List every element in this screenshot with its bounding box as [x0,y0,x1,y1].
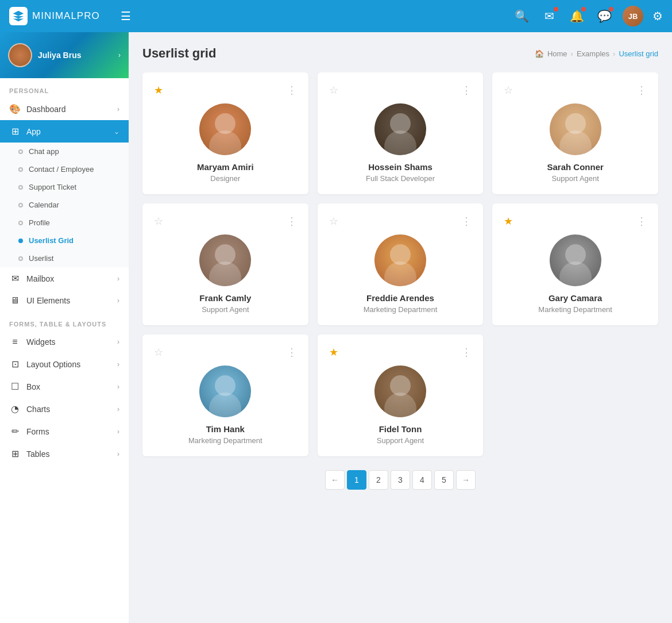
sidebar-subitem-profile[interactable]: Profile [0,214,129,232]
sidebar-item-tables[interactable]: ⊞ Tables › [0,443,129,465]
star-icon-4[interactable]: ☆ [154,215,163,228]
more-icon-2[interactable]: ⋮ [461,84,472,97]
layout-options-chevron: › [117,360,119,368]
svg-point-15 [384,393,416,417]
user-role-1: Designer [210,174,240,183]
hamburger-button[interactable]: ☰ [121,9,131,23]
card-top-1: ★ ⋮ [154,84,297,97]
layout-options-label: Layout Options [26,360,111,369]
dot-support [18,185,23,190]
user-card-5: ☆ ⋮ Freddie Arendes Marketing Department [318,203,484,325]
star-icon-5[interactable]: ☆ [329,215,338,228]
page-title: Userlist grid [142,46,216,61]
more-icon-4[interactable]: ⋮ [287,215,297,228]
sidebar-item-box[interactable]: ☐ Box › [0,375,129,398]
sidebar-subitem-chat-app[interactable]: Chat app [0,143,129,160]
sidebar-item-layout-options[interactable]: ⊡ Layout Options › [0,353,129,375]
user-avatar[interactable]: JB [623,6,643,26]
sidebar-item-ui-elements[interactable]: 🖥 UI Elements › [0,290,129,312]
edit-icon: ✏ [9,426,21,437]
user-role-7: Marketing Department [188,436,262,445]
sidebar-subitem-userlist[interactable]: Userlist [0,249,129,267]
mail-badge [554,7,558,11]
user-name-5: Freddie Arendes [366,293,434,303]
card-top-6: ★ ⋮ [504,215,647,228]
sidebar-subitem-userlist-grid[interactable]: Userlist Grid [0,232,129,249]
sidebar-item-app[interactable]: ⊞ App ⌄ [0,120,129,143]
user-card-2: ☆ ⋮ Hossein Shams Full Stack Developer [318,72,484,194]
more-icon-1[interactable]: ⋮ [287,84,297,97]
pagination-page-5[interactable]: 5 [434,470,454,490]
user-name-6: Gary Camara [549,293,602,303]
sidebar-item-dashboard[interactable]: 🎨 Dashboard › [0,98,129,120]
pagination-page-1[interactable]: 1 [347,470,366,490]
box-label: Box [26,382,111,391]
topnav-right: 🔍 ✉ 🔔 💬 JB ⚙ [512,6,663,26]
search-button[interactable]: 🔍 [512,7,531,25]
mailbox-label: Mailbox [26,274,111,283]
more-icon-3[interactable]: ⋮ [636,84,647,97]
section-forms-label: FORMS, TABLE & LAYOUTS [0,312,129,331]
dot-userlist-grid [18,239,23,243]
user-name-3: Sarah Conner [547,162,603,172]
user-card-6: ★ ⋮ Gary Camara Marketing Department [492,203,658,325]
sidebar-subitem-support-ticket[interactable]: Support Ticket [0,178,129,196]
sidebar-username: Juliya Brus [38,51,113,60]
dot-userlist [18,256,23,261]
sidebar-avatar [8,43,32,67]
star-icon-1[interactable]: ★ [154,84,163,97]
page-header: Userlist grid 🏠 Home › Examples › Userli… [142,46,658,61]
pagination-page-4[interactable]: 4 [412,470,432,490]
sidebar-user-profile[interactable]: Juliya Brus › [0,32,129,78]
app-chevron: ⌄ [114,128,119,136]
userlist-label: Userlist [29,254,53,263]
pagination-prev[interactable]: ← [325,470,345,490]
star-icon-3[interactable]: ☆ [504,84,513,97]
star-icon-7[interactable]: ☆ [154,346,163,359]
logo-text: MINIMALPRO [32,10,100,22]
contact-employee-label: Contact / Employee [29,165,94,174]
chat-app-label: Chat app [29,147,59,156]
logo-icon [9,7,28,25]
card-top-5: ☆ ⋮ [329,215,472,228]
grid-icon: ⊞ [9,126,21,137]
user-avatar-1 [199,103,251,155]
chat-button[interactable]: 💬 [595,7,613,25]
sidebar-item-forms[interactable]: ✏ Forms › [0,420,129,443]
mail-button[interactable]: ✉ [540,7,558,25]
sidebar-subitem-calendar[interactable]: Calendar [0,196,129,214]
sidebar-item-widgets[interactable]: ≡ Widgets › [0,331,129,353]
star-icon-8[interactable]: ★ [329,346,338,359]
sidebar-item-mailbox[interactable]: ✉ Mailbox › [0,267,129,290]
card-top-8: ★ ⋮ [329,346,472,359]
pagination-page-3[interactable]: 3 [391,470,410,490]
svg-point-5 [559,130,592,155]
widgets-chevron: › [117,338,119,346]
widgets-label: Widgets [26,337,111,347]
breadcrumb-sep1: › [571,49,573,58]
pagination-next[interactable]: → [456,470,476,490]
pagination-page-2[interactable]: 2 [369,470,388,490]
ui-elements-chevron: › [117,297,119,305]
user-avatar-3 [550,103,601,155]
avatar-svg-4 [199,234,251,286]
user-card-4: ☆ ⋮ Frank Camly Support Agent [142,203,308,325]
sidebar-subitem-contact-employee[interactable]: Contact / Employee [0,160,129,178]
bell-button[interactable]: 🔔 [567,7,586,25]
svg-point-3 [384,130,416,155]
more-icon-7[interactable]: ⋮ [287,346,297,359]
more-icon-8[interactable]: ⋮ [461,346,472,359]
star-icon-2[interactable]: ☆ [329,84,338,97]
calendar-label: Calendar [29,201,59,209]
settings-button[interactable]: ⚙ [652,9,663,23]
userlist-grid-label: Userlist Grid [29,236,74,245]
card-top-3: ☆ ⋮ [504,84,647,97]
layout-icon: ⊡ [9,359,21,370]
sidebar-item-charts[interactable]: ◔ Charts › [0,398,129,420]
star-icon-6[interactable]: ★ [504,215,513,228]
more-icon-6[interactable]: ⋮ [636,215,647,228]
user-grid: ★ ⋮ Maryam Amiri Designer ☆ ⋮ [142,72,658,456]
user-avatar-6 [550,234,601,286]
more-icon-5[interactable]: ⋮ [461,215,472,228]
bell-badge [581,7,586,11]
